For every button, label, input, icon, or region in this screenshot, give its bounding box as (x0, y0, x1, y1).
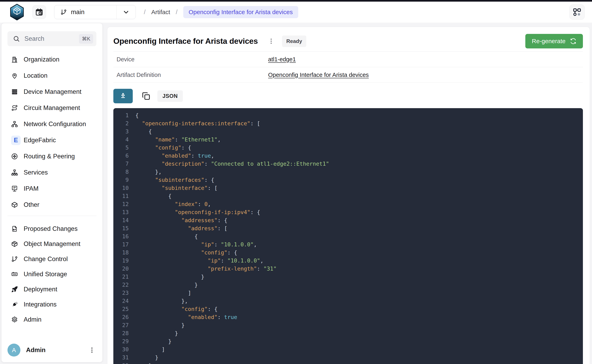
line-number: 19 (113, 257, 129, 265)
sidebar-item-label: Services (24, 169, 48, 176)
line-number: 2 (113, 119, 129, 128)
code-text: "index": 0, (135, 200, 211, 208)
sidebar-item-label: Admin (24, 316, 41, 323)
code-line: 30 ] (113, 345, 583, 353)
sidebar-item-label: Other (24, 201, 39, 208)
sidebar-item-label: Proposed Changes (24, 225, 78, 233)
line-number: 23 (113, 289, 129, 297)
sidebar-item-label: Change Control (24, 255, 68, 263)
rocket-icon (11, 286, 18, 293)
sidebar-item-ipam[interactable]: IPIPAM (1, 181, 102, 197)
search-input[interactable]: Search ⌘K (7, 31, 96, 46)
sidebar-item-device-management[interactable]: Device Management (1, 84, 102, 100)
line-number: 20 (113, 265, 129, 273)
user-menu-button[interactable] (87, 346, 96, 355)
ipam-icon: IP (11, 185, 18, 192)
sidebar-item-change-control[interactable]: Change Control (1, 251, 102, 266)
code-text: "subinterface": [ (135, 184, 217, 192)
sidebar-item-label: Circuit Management (24, 104, 80, 111)
sidebar-item-other[interactable]: Other (1, 197, 102, 213)
line-number: 31 (113, 353, 129, 362)
code-text: "enabled": true, (135, 152, 214, 160)
sidebar-item-object-management[interactable]: Object Management (1, 236, 102, 251)
user-menu[interactable]: A Admin (7, 344, 96, 357)
breadcrumb-item-artifact[interactable]: Artifact (151, 9, 170, 16)
sidebar-item-network-configuration[interactable]: Network Configuration (1, 116, 102, 132)
building-icon (11, 56, 18, 63)
line-number: 25 (113, 305, 129, 313)
detail-value-link[interactable]: Openconfig Interface for Arista devices (268, 72, 369, 78)
sidebar-item-services[interactable]: Services (1, 164, 102, 181)
line-number: 22 (113, 281, 129, 289)
sidebar-item-integrations[interactable]: Integrations (1, 297, 102, 312)
detail-value-link[interactable]: atl1-edge1 (268, 56, 296, 63)
copy-button[interactable] (141, 91, 151, 101)
infrahub-logo[interactable] (9, 4, 25, 20)
download-icon (119, 92, 127, 100)
code-text: "enabled": true (135, 313, 237, 321)
code-line: 16 { (113, 233, 583, 240)
code-text: "subinterfaces": { (135, 176, 214, 184)
router-icon (11, 153, 18, 160)
download-button[interactable] (113, 89, 133, 103)
code-text: { (135, 192, 172, 200)
sidebar-item-edgefabric[interactable]: EEdgeFabric (1, 132, 102, 148)
code-text: { (135, 233, 198, 240)
code-text: } (135, 337, 172, 345)
code-text: "config": { (135, 144, 191, 152)
detail-row-device: Deviceatl1-edge1 (113, 52, 583, 67)
code-text: } (135, 281, 198, 289)
line-number: 14 (113, 216, 129, 224)
code-line: 13 "openconfig-if-ip:ipv4": { (113, 208, 583, 216)
code-line: 28 } (113, 329, 583, 337)
user-name: Admin (26, 346, 46, 354)
code-line: 25 "config": { (113, 305, 583, 313)
sidebar-item-routing-peering[interactable]: Routing & Peering (1, 148, 102, 164)
code-line: 9 "subinterfaces": { (113, 176, 583, 184)
sidebar-item-unified-storage[interactable]: Unified Storage (1, 266, 102, 282)
sidebar-item-label: Network Configuration (24, 120, 86, 128)
code-text: "name": "Ethernet1", (135, 136, 221, 144)
code-line: 27 } (113, 321, 583, 329)
search-icon (13, 35, 20, 42)
code-text: }, (135, 168, 162, 176)
code-line: 18 "config": { (113, 249, 583, 257)
code-text: "config": { (135, 249, 237, 257)
sidebar-item-location[interactable]: Location (1, 68, 102, 84)
regenerate-button[interactable]: Re-generate (525, 34, 583, 48)
edgefabric-letter-icon: E (11, 136, 20, 145)
breadcrumb-current[interactable]: Openconfig Interface for Arista devices (183, 6, 298, 18)
line-number: 16 (113, 233, 129, 240)
line-number: 32 (113, 362, 129, 364)
sidebar-item-admin[interactable]: Admin (1, 312, 102, 327)
sidebar-item-deployment[interactable]: Deployment (1, 282, 102, 297)
branch-selector[interactable]: main (54, 5, 136, 19)
sidebar-item-label: EdgeFabric (24, 136, 56, 144)
gear-icon (11, 316, 18, 323)
regenerate-label: Re-generate (532, 38, 565, 45)
line-number: 29 (113, 337, 129, 345)
code-line: 24 }, (113, 297, 583, 305)
code-line: 19 "ip": "10.1.0.0", (113, 257, 583, 265)
code-text: { (135, 111, 139, 119)
branch-selector-toggle[interactable] (117, 5, 135, 19)
time-travel-button[interactable] (32, 5, 46, 19)
page-actions-button[interactable] (267, 36, 275, 46)
code-text: "address": [ (135, 224, 227, 233)
sidebar-item-circuit-management[interactable]: Circuit Management (1, 100, 102, 116)
line-number: 26 (113, 313, 129, 321)
branch-selector-value[interactable]: main (54, 5, 116, 19)
sidebar-item-proposed-changes[interactable]: Proposed Changes (1, 221, 102, 236)
format-tab-json[interactable]: JSON (157, 90, 183, 102)
line-number: 4 (113, 136, 129, 144)
line-number: 5 (113, 144, 129, 152)
code-line: 14 "addresses": { (113, 216, 583, 224)
schema-explorer-button[interactable] (569, 4, 585, 20)
chevron-down-icon (122, 8, 130, 16)
code-text: "prefix-length": "31" (135, 265, 277, 273)
storage-icon (11, 271, 18, 278)
sidebar-item-organization[interactable]: Organization (1, 52, 102, 68)
page-header: Openconfig Interface for Arista devices … (113, 35, 583, 47)
code-line: 11 { (113, 192, 583, 200)
search-placeholder: Search (24, 35, 44, 42)
